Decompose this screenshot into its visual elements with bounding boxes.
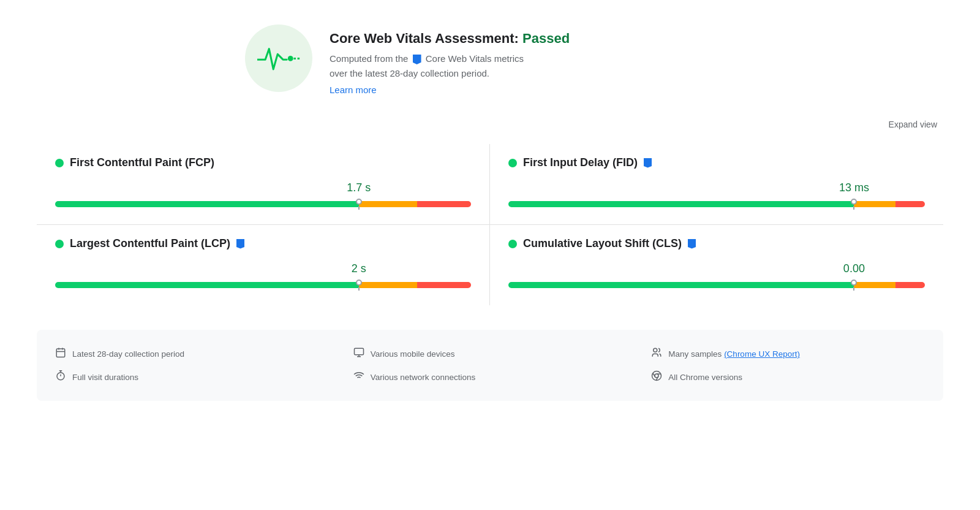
needle-circle-lcp — [356, 280, 362, 286]
bar-red-fid — [895, 201, 925, 207]
bar-container-cls: 0.00 — [508, 262, 925, 288]
bar-container-fcp: 1.7 s — [55, 181, 471, 207]
bar-orange-fcp — [359, 201, 417, 207]
status-dot-lcp — [55, 240, 64, 248]
bar-container-lcp: 2 s — [55, 262, 471, 288]
metric-cell-lcp: Largest Contentful Paint (LCP)2 s — [37, 225, 490, 305]
footer-text-5: All Chrome versions — [668, 373, 742, 382]
footer-icon-stopwatch — [55, 370, 66, 384]
footer-item-2: Many samples (Chrome UX Report) — [651, 347, 925, 360]
metric-title-cls: Cumulative Layout Shift (CLS) — [508, 237, 925, 250]
bar-red-cls — [895, 282, 925, 288]
bar-red-lcp — [417, 282, 471, 288]
bookmark-icon-lcp — [236, 239, 244, 249]
title-prefix: Core Web Vitals Assessment: — [330, 31, 519, 46]
bookmark-icon-cls — [688, 239, 696, 249]
metric-value-cls: 0.00 — [508, 262, 925, 280]
header-description: Computed from the Core Web Vitals metric… — [330, 51, 570, 81]
status-dot-fcp — [55, 159, 64, 167]
bar-orange-fid — [854, 201, 895, 207]
footer-item-3: Full visit durations — [55, 370, 329, 384]
cwv-badge-icon — [413, 55, 421, 64]
title-status: Passed — [522, 31, 570, 46]
metric-title-lcp: Largest Contentful Paint (LCP) — [55, 237, 471, 250]
footer-info: Latest 28-day collection periodVarious m… — [37, 330, 943, 401]
status-dot-cls — [508, 240, 517, 248]
bar-orange-cls — [854, 282, 895, 288]
footer-icon-wifi — [353, 370, 364, 384]
footer-text-3: Full visit durations — [72, 373, 138, 382]
expand-view-button[interactable]: Expand view — [889, 120, 937, 129]
footer-item-1: Various mobile devices — [353, 347, 627, 360]
bar-needle-cls — [853, 280, 854, 291]
metric-title-text-cls: Cumulative Layout Shift (CLS) — [523, 237, 682, 250]
footer-icon-chrome — [651, 370, 662, 384]
needle-line-cls — [853, 287, 854, 291]
footer-item-5: All Chrome versions — [651, 370, 925, 384]
metrics-grid: First Contentful Paint (FCP)1.7 sFirst I… — [37, 144, 943, 305]
learn-more-link[interactable]: Learn more — [330, 85, 570, 95]
footer-text-1: Various mobile devices — [371, 349, 455, 359]
footer-item-4: Various network connections — [353, 370, 627, 384]
metric-title-fid: First Input Delay (FID) — [508, 156, 925, 169]
bar-track-fid — [508, 201, 925, 207]
header-text: Core Web Vitals Assessment: Passed Compu… — [330, 25, 570, 95]
bar-needle-fcp — [358, 199, 360, 210]
needle-circle-cls — [851, 280, 857, 286]
needle-line-fid — [853, 206, 854, 210]
footer-item-0: Latest 28-day collection period — [55, 347, 329, 360]
metric-value-fid: 13 ms — [508, 181, 925, 199]
bar-green-lcp — [55, 282, 359, 288]
metric-title-fcp: First Contentful Paint (FCP) — [55, 156, 471, 169]
needle-circle-fcp — [356, 199, 362, 205]
bar-green-fcp — [55, 201, 359, 207]
svg-rect-2 — [56, 349, 65, 357]
expand-view-row: Expand view — [37, 120, 943, 129]
bar-container-fid: 13 ms — [508, 181, 925, 207]
bar-green-fid — [508, 201, 854, 207]
metric-title-text-fid: First Input Delay (FID) — [523, 156, 638, 169]
footer-icon-users — [651, 347, 662, 360]
vitals-icon-circle — [245, 25, 312, 92]
footer-text-4: Various network connections — [371, 373, 476, 382]
metric-title-text-lcp: Largest Contentful Paint (LCP) — [70, 237, 230, 250]
needle-line-fcp — [358, 206, 360, 210]
svg-point-0 — [288, 56, 293, 61]
bar-green-cls — [508, 282, 854, 288]
svg-rect-6 — [354, 348, 363, 355]
bar-red-fcp — [417, 201, 471, 207]
chrome-ux-report-link[interactable]: (Chrome UX Report) — [724, 349, 800, 359]
bar-needle-lcp — [358, 280, 360, 291]
metric-cell-fid: First Input Delay (FID)13 ms — [490, 144, 943, 225]
needle-line-lcp — [358, 287, 360, 291]
footer-icon-monitor — [353, 347, 364, 360]
footer-text-0: Latest 28-day collection period — [72, 349, 184, 359]
bar-needle-fid — [853, 199, 854, 210]
bar-track-lcp — [55, 282, 471, 288]
metric-cell-cls: Cumulative Layout Shift (CLS)0.00 — [490, 225, 943, 305]
status-dot-fid — [508, 159, 517, 167]
needle-circle-fid — [851, 199, 857, 205]
metric-title-text-fcp: First Contentful Paint (FCP) — [70, 156, 214, 169]
footer-icon-calendar — [55, 347, 66, 360]
footer-text-2: Many samples (Chrome UX Report) — [668, 349, 800, 359]
metric-value-fcp: 1.7 s — [55, 181, 471, 199]
header-section: Core Web Vitals Assessment: Passed Compu… — [37, 25, 943, 95]
header-title: Core Web Vitals Assessment: Passed — [330, 31, 570, 47]
bar-track-fcp — [55, 201, 471, 207]
bar-track-cls — [508, 282, 925, 288]
bar-orange-lcp — [359, 282, 417, 288]
metric-value-lcp: 2 s — [55, 262, 471, 280]
bookmark-icon-fid — [644, 158, 652, 168]
svg-point-9 — [654, 348, 657, 352]
vitals-waveform-icon — [257, 43, 300, 74]
metric-cell-fcp: First Contentful Paint (FCP)1.7 s — [37, 144, 490, 225]
